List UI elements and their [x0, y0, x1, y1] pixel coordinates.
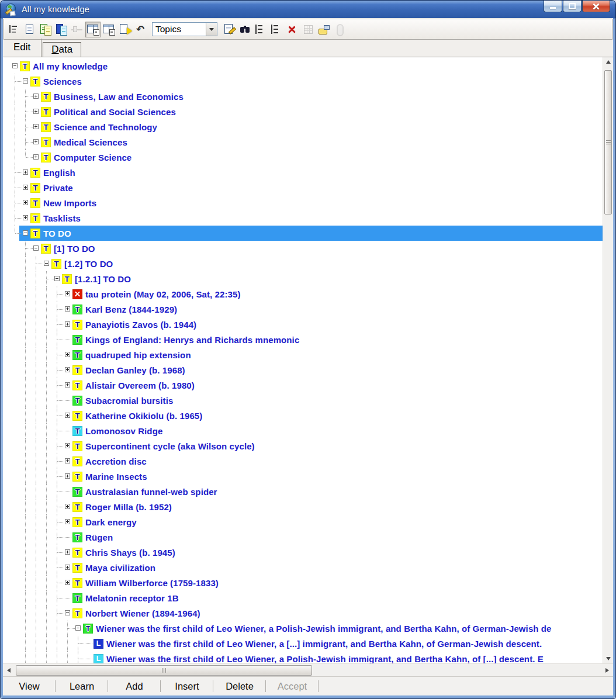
tree-row[interactable]: TMelatonin receptor 1B — [3, 590, 603, 605]
tree-row[interactable]: TAccretion disc — [3, 454, 603, 469]
expand-toggle[interactable] — [54, 276, 60, 281]
tree-row[interactable]: TRügen — [3, 530, 603, 545]
expand-toggle[interactable] — [23, 215, 28, 220]
undo-icon[interactable]: ↶ — [133, 22, 148, 37]
tree-row[interactable]: TRoger Milla (b. 1952) — [3, 499, 603, 514]
tree-row[interactable]: TEnglish — [3, 165, 603, 180]
title-bar[interactable]: All my knowledge — [1, 1, 615, 18]
scroll-right-button[interactable] — [603, 664, 612, 676]
tree-row[interactable]: TDeclan Ganley (b. 1968) — [3, 362, 603, 378]
view-button[interactable]: View — [3, 677, 56, 695]
expand-toggle[interactable] — [65, 565, 70, 570]
expand-toggle[interactable] — [65, 610, 70, 615]
tree-row[interactable]: TScience and Technology — [3, 119, 603, 134]
edit-template-icon[interactable] — [222, 22, 237, 37]
expand-toggle[interactable] — [33, 139, 39, 144]
expand-toggle[interactable] — [33, 245, 39, 251]
expand-toggle[interactable] — [33, 109, 39, 114]
category-combobox[interactable]: Topics — [152, 22, 217, 36]
tree-row[interactable]: TPanayiotis Zavos (b. 1944) — [3, 317, 603, 332]
tree-row[interactable]: TBusiness, Law and Economics — [3, 89, 603, 104]
tree-row[interactable]: TAll my knowledge — [3, 58, 603, 74]
tree-row[interactable]: TMaya civilization — [3, 560, 603, 575]
tree-row[interactable]: T[1] TO DO — [3, 241, 603, 256]
expand-toggle[interactable] — [65, 382, 70, 387]
paste-icon[interactable] — [54, 22, 69, 37]
expand-toggle[interactable] — [12, 63, 18, 68]
tree-row[interactable]: Tquadruped hip extension — [3, 347, 603, 362]
contents-outline-icon[interactable] — [6, 22, 22, 37]
tree-row[interactable]: TPrivate — [3, 180, 603, 195]
expand-toggle[interactable] — [65, 443, 70, 448]
expand-toggle[interactable] — [33, 94, 39, 99]
remove-node-icon[interactable] — [269, 22, 284, 37]
vertical-scroll-thumb[interactable] — [604, 70, 612, 214]
layout-classic-icon[interactable] — [85, 22, 101, 37]
expand-toggle[interactable] — [33, 124, 39, 129]
expand-toggle[interactable] — [23, 78, 28, 84]
tree-row[interactable]: TTasklists — [3, 210, 603, 226]
expand-toggle[interactable] — [23, 169, 28, 175]
copy-icon[interactable] — [38, 22, 53, 37]
insert-button[interactable]: Insert — [161, 677, 213, 695]
expand-toggle[interactable] — [65, 549, 70, 555]
tree-row[interactable]: TAlistair Overeem (b. 1980) — [3, 378, 603, 393]
tree-row[interactable]: T[1.2.1] TO DO — [3, 271, 603, 286]
tree-row[interactable]: TKarl Benz (1844-1929) — [3, 302, 603, 317]
tree-row[interactable]: TKings of England: Henrys and Richards m… — [3, 332, 603, 347]
search-icon[interactable] — [237, 22, 252, 37]
expand-toggle[interactable] — [65, 458, 70, 463]
combobox-dropdown-button[interactable] — [206, 23, 217, 36]
expand-toggle[interactable] — [65, 504, 70, 509]
horizontal-scrollbar[interactable] — [3, 663, 613, 676]
expand-toggle[interactable] — [33, 154, 39, 160]
tree-row[interactable]: TAustralasian funnel-web spider — [3, 484, 603, 499]
expand-toggle[interactable] — [65, 580, 70, 585]
maximize-button[interactable] — [563, 1, 582, 12]
add-button[interactable]: Add — [108, 677, 161, 695]
tree-row[interactable]: T[1.2] TO DO — [3, 256, 603, 271]
layout-alt-icon[interactable] — [101, 22, 116, 37]
tree-row[interactable]: TKatherine Okikiolu (b. 1965) — [3, 408, 603, 423]
tree-row[interactable]: TDark energy — [3, 514, 603, 530]
close-button[interactable] — [582, 1, 610, 12]
tree-row[interactable]: TNorbert Wiener (1894-1964) — [3, 605, 603, 621]
tree-row[interactable]: TPolitical and Social Sciences — [3, 104, 603, 119]
expand-toggle[interactable] — [65, 519, 70, 524]
tree-row[interactable]: TWiener was the first child of Leo Wiene… — [3, 621, 603, 636]
tab-edit[interactable]: Edit — [8, 39, 41, 57]
tree-row[interactable]: LWiener was the first child of Leo Wiene… — [3, 651, 603, 663]
import-export-icon[interactable] — [117, 22, 132, 37]
expand-toggle[interactable] — [23, 230, 28, 236]
expand-toggle[interactable] — [44, 261, 49, 266]
tree-row[interactable]: TMarine Insects — [3, 469, 603, 484]
tree-row[interactable]: TSciences — [3, 74, 603, 89]
tree-row[interactable]: TMedical Sciences — [3, 134, 603, 150]
expand-toggle[interactable] — [75, 625, 81, 631]
expand-toggle[interactable] — [65, 291, 70, 296]
tree-row[interactable]: TChris Shays (b. 1945) — [3, 545, 603, 560]
drag-hand-icon[interactable] — [316, 22, 331, 37]
expand-toggle[interactable] — [65, 352, 70, 357]
expand-toggle[interactable] — [65, 413, 70, 418]
delete-button[interactable]: Delete — [213, 677, 266, 695]
expand-toggle[interactable] — [65, 321, 70, 327]
tree-row[interactable]: TLomonosov Ridge — [3, 423, 603, 438]
expand-toggle[interactable] — [65, 473, 70, 479]
tree-row[interactable]: TSupercontinent cycle (aka Wilson cycle) — [3, 438, 603, 454]
tree-row[interactable]: TSubacromial bursitis — [3, 393, 603, 408]
horizontal-scroll-thumb[interactable] — [16, 665, 312, 676]
vertical-scrollbar[interactable] — [603, 57, 613, 663]
tree-row[interactable]: TComputer Science — [3, 150, 603, 165]
tree-row[interactable]: TWilliam Wilberforce (1759-1833) — [3, 575, 603, 590]
delete-icon[interactable] — [285, 22, 300, 37]
expand-toggle[interactable] — [65, 367, 70, 372]
expand-toggle[interactable] — [65, 306, 70, 312]
tab-data[interactable]: Data — [43, 42, 81, 57]
learn-button[interactable]: Learn — [56, 677, 108, 695]
tree-row[interactable]: TNew Imports — [3, 195, 603, 210]
scroll-down-button[interactable] — [603, 654, 613, 663]
detail-doc-icon[interactable] — [22, 22, 37, 37]
expand-toggle[interactable] — [23, 185, 28, 190]
scroll-left-button[interactable] — [4, 664, 13, 676]
